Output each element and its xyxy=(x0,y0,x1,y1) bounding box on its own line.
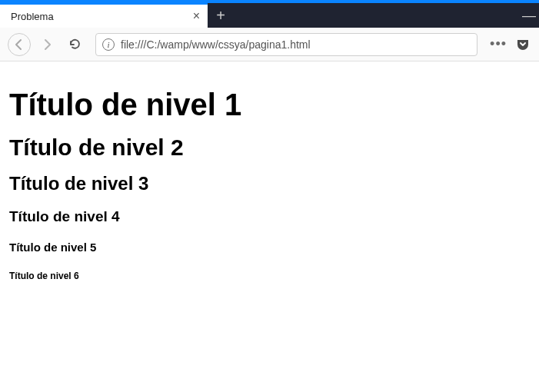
heading-5: Título de nivel 5 xyxy=(9,241,530,254)
window-controls: — xyxy=(522,3,539,28)
pocket-button[interactable] xyxy=(514,36,531,53)
arrow-left-icon xyxy=(13,38,25,51)
close-tab-icon[interactable]: × xyxy=(193,10,200,22)
back-button[interactable] xyxy=(8,33,31,56)
browser-tab[interactable]: Problema × xyxy=(0,3,208,28)
titlebar: Problema × + — xyxy=(0,3,539,28)
forward-button[interactable] xyxy=(35,33,58,56)
url-bar[interactable]: i file:///C:/wamp/www/cssya/pagina1.html xyxy=(95,33,477,56)
page-content: Título de nivel 1 Título de nivel 2 Títu… xyxy=(0,61,539,312)
more-menu-button[interactable]: ••• xyxy=(487,36,510,52)
heading-1: Título de nivel 1 xyxy=(9,88,530,122)
tab-title: Problema xyxy=(11,11,185,22)
url-text: file:///C:/wamp/www/cssya/pagina1.html xyxy=(121,38,471,51)
heading-4: Título de nivel 4 xyxy=(9,208,530,225)
new-tab-button[interactable]: + xyxy=(208,3,234,28)
navbar: i file:///C:/wamp/www/cssya/pagina1.html… xyxy=(0,28,539,61)
pocket-icon xyxy=(515,37,531,52)
heading-6: Título de nivel 6 xyxy=(9,271,530,281)
arrow-right-icon xyxy=(41,38,53,51)
heading-3: Título de nivel 3 xyxy=(9,173,530,194)
info-icon[interactable]: i xyxy=(102,38,115,51)
reload-button[interactable] xyxy=(63,33,86,56)
reload-icon xyxy=(68,38,82,51)
heading-2: Título de nivel 2 xyxy=(9,135,530,161)
